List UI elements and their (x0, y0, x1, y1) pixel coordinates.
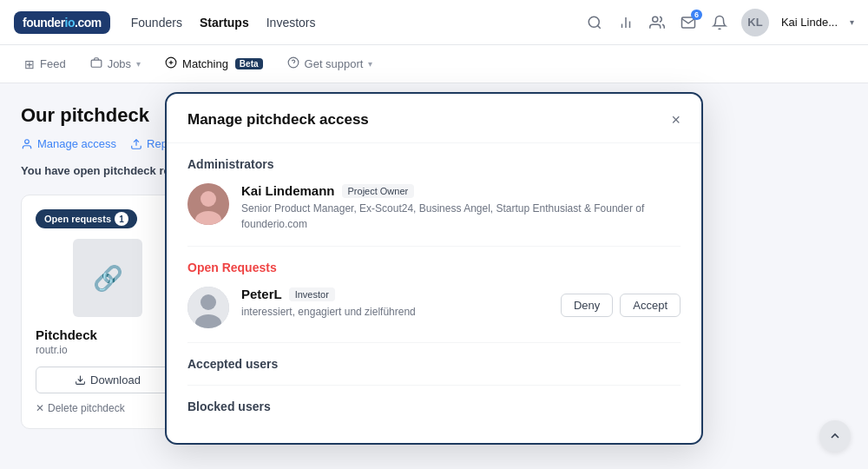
main-content: Our pitchdeck Manage access Replace pitc… (0, 83, 868, 450)
support-icon (287, 56, 299, 71)
feed-icon: ⊞ (24, 57, 35, 71)
search-icon[interactable] (585, 13, 604, 32)
svg-point-18 (201, 294, 216, 310)
nav-founders[interactable]: Founders (131, 16, 182, 30)
top-nav-links: Founders Startups Investors (131, 16, 585, 30)
svg-point-11 (25, 139, 30, 143)
nav-startups[interactable]: Startups (200, 16, 249, 30)
mail-icon-wrapper[interactable]: 6 (679, 13, 698, 32)
admin-role-badge: Project Owner (342, 184, 415, 198)
admin-name: Kai Lindemann (241, 183, 335, 198)
avatar[interactable]: KL (741, 9, 769, 36)
requester-user-info: PeterL Investor interessiert, engagiert … (241, 287, 549, 320)
svg-rect-5 (91, 60, 102, 67)
accept-button[interactable]: Accept (620, 294, 681, 317)
open-requests-section-title: Open Requests (187, 261, 681, 274)
sub-nav-support-label: Get support (305, 57, 364, 70)
admin-avatar (187, 183, 229, 225)
sub-nav-get-support[interactable]: Get support ▾ (277, 50, 384, 78)
delete-pitchdeck-link[interactable]: ✕ Delete pitchdeck (36, 402, 180, 414)
svg-point-15 (201, 191, 216, 207)
jobs-chevron-icon: ▾ (136, 59, 141, 69)
user-name[interactable]: Kai Linde... (781, 16, 838, 29)
sub-nav-matching-label: Matching (182, 57, 228, 70)
logo-text: founderio.com (23, 16, 102, 30)
modal-title: Manage pitchdeck access (187, 111, 369, 129)
open-requests-badge[interactable]: Open requests 1 (36, 209, 137, 228)
manage-access-link[interactable]: Manage access (21, 137, 116, 150)
section-divider-1 (187, 246, 681, 247)
svg-point-19 (195, 314, 221, 328)
top-nav: founderio.com Founders Startups Investor… (0, 0, 868, 45)
requester-avatar-placeholder (187, 287, 229, 328)
upload-icon (130, 138, 142, 150)
file-link-icon: 🔗 (93, 264, 123, 293)
accepted-users-section-title: Accepted users (187, 357, 681, 371)
chevron-up-icon (828, 429, 842, 443)
requester-avatar (187, 287, 229, 328)
chevron-down-icon[interactable]: ▾ (850, 17, 854, 27)
beta-badge: Beta (235, 58, 263, 69)
logo[interactable]: founderio.com (14, 11, 110, 34)
requester-role-badge: Investor (289, 287, 335, 301)
requester-name-row: PeterL Investor (241, 287, 549, 301)
requester-name: PeterL (241, 287, 282, 301)
blocked-users-section-title: Blocked users (187, 400, 681, 413)
requester-user-row: PeterL Investor interessiert, engagiert … (187, 287, 681, 328)
admin-user-info: Kai Lindemann Project Owner Senior Produ… (241, 183, 681, 232)
download-label: Download (90, 373, 141, 386)
open-requests-label: Open requests (44, 214, 111, 224)
svg-point-16 (195, 211, 221, 225)
open-requests-count: 1 (115, 212, 128, 226)
scroll-to-top-button[interactable] (819, 420, 851, 452)
bell-icon[interactable] (710, 13, 729, 32)
svg-point-4 (653, 17, 658, 22)
manage-access-label: Manage access (37, 137, 116, 150)
top-nav-icons: 6 KL Kai Linde... ▾ (585, 9, 854, 36)
support-chevron-icon: ▾ (368, 59, 372, 69)
file-icon-wrapper: 🔗 (73, 239, 142, 317)
delete-label: Delete pitchdeck (48, 402, 125, 414)
section-divider-3 (187, 385, 681, 386)
svg-point-0 (589, 17, 599, 27)
jobs-icon (90, 56, 102, 71)
users-icon[interactable] (648, 13, 667, 32)
download-icon (75, 374, 86, 386)
modal-body: Administrators Kai Lindemann Project Own… (167, 143, 701, 443)
sub-nav-matching[interactable]: Matching Beta (155, 50, 273, 78)
download-button[interactable]: Download (36, 367, 180, 393)
admin-user-row: Kai Lindemann Project Owner Senior Produ… (187, 183, 681, 232)
sub-nav: ⊞ Feed Jobs ▾ Matching Beta Get support … (0, 45, 868, 83)
sub-nav-feed[interactable]: ⊞ Feed (14, 50, 76, 78)
requester-actions: Deny Accept (561, 294, 681, 317)
delete-icon: ✕ (36, 402, 44, 414)
matching-icon (165, 56, 177, 71)
section-divider-2 (187, 342, 681, 343)
chart-icon[interactable] (616, 13, 635, 32)
requester-bio: interessiert, engagiert und zielführend (241, 304, 549, 320)
admin-avatar-image (187, 183, 229, 225)
admin-name-row: Kai Lindemann Project Owner (241, 183, 681, 198)
manage-access-modal: Manage pitchdeck access × Administrators… (165, 92, 703, 445)
administrators-section-title: Administrators (187, 157, 681, 171)
pitchdeck-card-subtitle: routr.io (36, 344, 180, 356)
person-icon (21, 138, 33, 150)
modal-header: Manage pitchdeck access × (167, 94, 701, 143)
modal-close-button[interactable]: × (671, 112, 681, 128)
nav-investors[interactable]: Investors (266, 16, 316, 30)
pitchdeck-card-title: Pitchdeck (36, 327, 180, 342)
mail-badge: 6 (691, 10, 702, 20)
deny-button[interactable]: Deny (561, 294, 613, 317)
sub-nav-feed-label: Feed (40, 57, 66, 70)
sub-nav-jobs[interactable]: Jobs ▾ (80, 50, 151, 78)
admin-bio: Senior Product Manager, Ex-Scout24, Busi… (241, 201, 681, 232)
sub-nav-jobs-label: Jobs (108, 57, 131, 70)
